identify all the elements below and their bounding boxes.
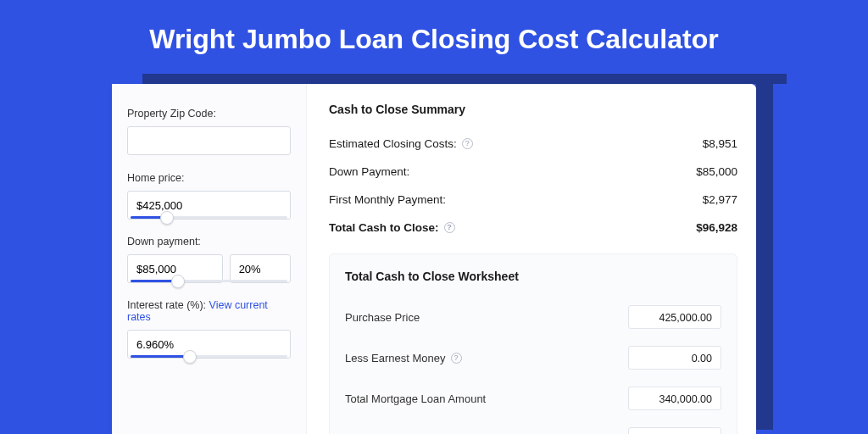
worksheet-row-label: Less Earnest Money? [345,352,462,364]
worksheet-row-label-text: Less Earnest Money [345,352,446,364]
help-icon[interactable]: ? [462,138,473,149]
zip-group: Property Zip Code: [127,108,291,155]
summary-row-label-text: First Monthly Payment: [329,193,446,206]
interest-slider-thumb[interactable] [183,350,197,364]
down-payment-label: Down payment: [127,236,291,248]
summary-row-label-text: Estimated Closing Costs: [329,137,457,150]
summary-row-label: First Monthly Payment: [329,193,446,206]
worksheet-row-label-text: Purchase Price [345,311,420,324]
calculator-card: Property Zip Code: Home price: Down paym… [112,84,756,434]
summary-list: Estimated Closing Costs:?$8,951Down Paym… [329,130,737,242]
worksheet-row: Purchase Price425,000.00 [345,297,721,337]
interest-input[interactable] [127,330,291,359]
worksheet-row-value[interactable]: 425,000.00 [628,305,721,329]
summary-row-value: $96,928 [696,221,737,234]
summary-row-label: Total Cash to Close:? [329,221,455,234]
help-icon[interactable]: ? [444,222,455,233]
worksheet-row-label: Purchase Price [345,311,420,324]
down-payment-group: Down payment: [127,236,291,282]
worksheet-row: Less Earnest Money?0.00 [345,337,721,378]
worksheet-row-label: Total Mortgage Loan Amount [345,392,486,405]
worksheet-panel: Total Cash to Close Worksheet Purchase P… [329,253,737,434]
summary-row: First Monthly Payment:$2,977 [329,186,737,214]
summary-row-label-text: Total Cash to Close: [329,221,439,234]
summary-row: Down Payment:$85,000 [329,158,737,186]
summary-row-label-text: Down Payment: [329,165,409,178]
home-price-group: Home price: [127,172,291,219]
summary-row-label: Estimated Closing Costs:? [329,137,473,150]
card-right-shadow [756,74,773,430]
summary-row-value: $8,951 [703,137,737,150]
worksheet-list: Purchase Price425,000.00Less Earnest Mon… [345,297,721,434]
down-payment-slider[interactable] [127,280,291,282]
down-payment-percent-input[interactable] [230,254,291,283]
page-title: Wright Jumbo Loan Closing Cost Calculato… [0,0,868,74]
worksheet-row-value[interactable]: 340,000.00 [628,387,721,410]
interest-slider[interactable] [127,355,291,358]
interest-slider-fill [131,355,190,358]
summary-row: Total Cash to Close:?$96,928 [329,214,737,242]
zip-label: Property Zip Code: [127,108,291,120]
home-price-slider[interactable] [127,216,291,219]
summary-row-value: $2,977 [703,193,737,206]
down-payment-slider-thumb[interactable] [171,275,185,288]
worksheet-row-label-text: Total Mortgage Loan Amount [345,392,486,405]
worksheet-title: Total Cash to Close Worksheet [345,270,721,283]
summary-title: Cash to Close Summary [329,103,737,116]
inputs-panel: Property Zip Code: Home price: Down paym… [112,84,307,434]
home-price-input[interactable] [127,191,291,220]
home-price-label: Home price: [127,172,291,184]
worksheet-row-value[interactable]: 0.00 [628,346,721,370]
summary-row-value: $85,000 [696,165,737,178]
summary-row-label: Down Payment: [329,165,409,178]
results-panel: Cash to Close Summary Estimated Closing … [307,84,756,434]
interest-label: Interest rate (%): View current rates [127,299,291,323]
help-icon[interactable]: ? [451,353,462,364]
zip-input[interactable] [127,126,291,155]
summary-row: Estimated Closing Costs:?$8,951 [329,130,737,158]
home-price-slider-thumb[interactable] [160,211,174,225]
interest-label-text: Interest rate (%): [127,299,209,311]
worksheet-row: Total Mortgage Loan Amount340,000.00 [345,378,721,419]
worksheet-row-value[interactable]: 0.00 [628,427,721,434]
interest-group: Interest rate (%): View current rates [127,299,291,358]
card-top-shadow [142,74,787,84]
worksheet-row: Total Second Mortgage Amount?0.00 [345,419,721,434]
